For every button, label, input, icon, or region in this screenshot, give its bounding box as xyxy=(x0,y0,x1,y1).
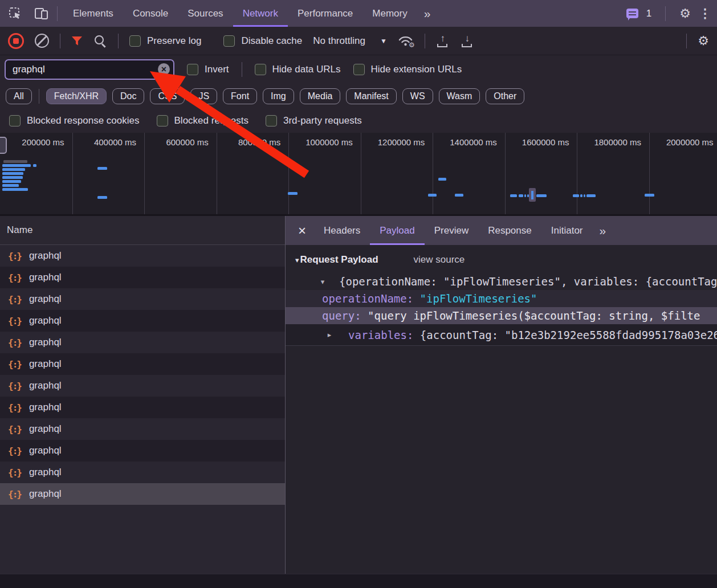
filter-chip-manifest[interactable]: Manifest xyxy=(346,88,396,104)
hide-data-urls-label[interactable]: Hide data URLs xyxy=(272,64,341,75)
tab-preview[interactable]: Preview xyxy=(425,216,478,245)
close-details-icon[interactable]: × xyxy=(290,216,314,245)
request-name: graphql xyxy=(29,423,62,435)
hide-data-urls-checkbox[interactable] xyxy=(255,64,266,75)
hide-data-urls-option: Hide data URLs xyxy=(255,64,341,75)
tab-sources[interactable]: Sources xyxy=(178,0,233,27)
disable-cache-checkbox[interactable] xyxy=(223,35,235,47)
tab-payload[interactable]: Payload xyxy=(370,216,424,245)
filter-chip-media[interactable]: Media xyxy=(300,88,341,104)
export-har-icon[interactable]: ↓ xyxy=(461,35,474,47)
import-har-icon[interactable]: ↑ xyxy=(436,35,450,47)
throttling-select[interactable]: No throttling ▼ xyxy=(313,35,387,47)
request-payload-header[interactable]: ▾ Request Payload view source xyxy=(286,245,717,268)
tab-elements[interactable]: Elements xyxy=(63,0,123,27)
tab-memory[interactable]: Memory xyxy=(362,0,417,27)
device-toolbar-icon[interactable] xyxy=(32,4,51,23)
tab-performance[interactable]: Performance xyxy=(288,0,362,27)
filter-chip-js[interactable]: JS xyxy=(190,88,217,104)
filter-chip-img[interactable]: Img xyxy=(263,88,294,104)
blocked-cookies-checkbox[interactable] xyxy=(9,115,21,126)
toolbar-separator xyxy=(118,34,119,48)
json-braces-icon: {:} xyxy=(8,424,21,435)
inspect-element-icon[interactable] xyxy=(6,4,25,23)
tab-network[interactable]: Network xyxy=(233,0,288,27)
third-party-label[interactable]: 3rd-party requests xyxy=(283,115,362,126)
tab-response[interactable]: Response xyxy=(478,216,541,245)
request-name: graphql xyxy=(29,250,62,262)
request-row[interactable]: {:}graphql xyxy=(0,375,285,397)
timeline-tick-label: 2000000 ms xyxy=(649,137,717,149)
third-party-checkbox[interactable] xyxy=(266,115,277,126)
collapse-triangle-icon[interactable]: ▾ xyxy=(295,256,299,264)
waterfall-bar xyxy=(2,184,19,187)
expand-triangle-icon[interactable]: ▾ xyxy=(286,277,339,286)
request-name: graphql xyxy=(29,337,62,348)
invert-checkbox[interactable] xyxy=(187,64,198,75)
network-conditions-icon[interactable]: ⚙ xyxy=(398,34,414,48)
view-source-link[interactable]: view source xyxy=(414,254,465,266)
payload-operation-row[interactable]: operationName: "ipFlowTimeseries" xyxy=(286,290,717,307)
hide-extension-urls-checkbox[interactable] xyxy=(353,64,365,75)
filter-funnel-icon[interactable] xyxy=(71,36,83,46)
preserve-log-label[interactable]: Preserve log xyxy=(147,35,201,47)
preserve-log-checkbox[interactable] xyxy=(129,35,141,47)
name-column-header[interactable]: Name xyxy=(0,216,285,245)
request-row[interactable]: {:}graphql xyxy=(0,310,285,332)
filter-chip-font[interactable]: Font xyxy=(223,88,257,104)
search-icon[interactable] xyxy=(93,34,107,48)
filter-chip-other[interactable]: Other xyxy=(486,88,524,104)
network-overview-timeline[interactable]: 200000 ms400000 ms600000 ms800000 ms1000… xyxy=(0,133,717,216)
clear-network-log-icon[interactable] xyxy=(35,34,49,48)
timeline-tick-label: 1400000 ms xyxy=(433,137,505,149)
request-row[interactable]: {:}graphql xyxy=(0,483,285,505)
invert-label[interactable]: Invert xyxy=(205,64,229,75)
more-tabs-icon[interactable]: » xyxy=(417,0,438,27)
toolbar-separator xyxy=(242,62,242,77)
blocked-cookies-label[interactable]: Blocked response cookies xyxy=(27,115,140,126)
filter-chip-wasm[interactable]: Wasm xyxy=(439,88,480,104)
request-row[interactable]: {:}graphql xyxy=(0,267,285,288)
blocked-requests-label[interactable]: Blocked requests xyxy=(174,115,248,126)
request-row[interactable]: {:}graphql xyxy=(0,332,285,353)
request-row[interactable]: {:}graphql xyxy=(0,245,285,267)
tab-initiator[interactable]: Initiator xyxy=(541,216,593,245)
request-row[interactable]: {:}graphql xyxy=(0,462,285,483)
record-network-log-icon[interactable] xyxy=(8,33,24,49)
request-type-filters: AllFetch/XHRDocCSSJSFontImgMediaManifest… xyxy=(0,84,717,108)
blocked-options-row: Blocked response cookies Blocked request… xyxy=(0,108,717,133)
payload-variables-row[interactable]: ▸ variables: {accountTag: "b12e3b2192ee5… xyxy=(286,324,717,346)
issues-icon[interactable] xyxy=(626,9,638,18)
hide-extension-urls-label[interactable]: Hide extension URLs xyxy=(371,64,462,75)
payload-query-row[interactable]: query: "query ipFlowTimeseries($accountT… xyxy=(286,307,717,324)
conditions-gear-icon: ⚙ xyxy=(409,41,415,49)
chip-separator xyxy=(39,89,39,104)
dots-menu-icon[interactable]: ⋮ xyxy=(699,7,711,20)
waterfall-bar xyxy=(3,160,27,163)
more-detail-tabs-icon[interactable]: » xyxy=(593,216,613,245)
settings-gear-icon[interactable]: ⚙ xyxy=(679,7,691,20)
clear-filter-icon[interactable]: × xyxy=(158,63,170,75)
blocked-requests-checkbox[interactable] xyxy=(157,115,168,126)
waterfall-bar xyxy=(586,194,596,197)
network-settings-gear-icon[interactable]: ⚙ xyxy=(698,35,709,47)
tab-console[interactable]: Console xyxy=(123,0,178,27)
filter-input-box: × xyxy=(5,59,174,80)
expand-triangle-icon[interactable]: ▸ xyxy=(286,330,348,339)
request-row[interactable]: {:}graphql xyxy=(0,353,285,375)
filter-chip-doc[interactable]: Doc xyxy=(112,88,144,104)
tab-headers[interactable]: Headers xyxy=(314,216,370,245)
filter-chip-fetch-xhr[interactable]: Fetch/XHR xyxy=(46,88,107,104)
request-row[interactable]: {:}graphql xyxy=(0,288,285,310)
request-row[interactable]: {:}graphql xyxy=(0,397,285,418)
filter-chip-css[interactable]: CSS xyxy=(150,88,185,104)
filter-chip-all[interactable]: All xyxy=(6,88,32,104)
payload-root-row[interactable]: ▾ {operationName: "ipFlowTimeseries", va… xyxy=(286,273,717,290)
request-row[interactable]: {:}graphql xyxy=(0,440,285,462)
timeline-tick-label: 1000000 ms xyxy=(288,137,361,149)
waterfall-bar xyxy=(2,176,23,179)
filter-chip-ws[interactable]: WS xyxy=(402,88,433,104)
filter-input[interactable] xyxy=(6,64,156,75)
request-row[interactable]: {:}graphql xyxy=(0,418,285,440)
disable-cache-label[interactable]: Disable cache xyxy=(241,35,302,47)
